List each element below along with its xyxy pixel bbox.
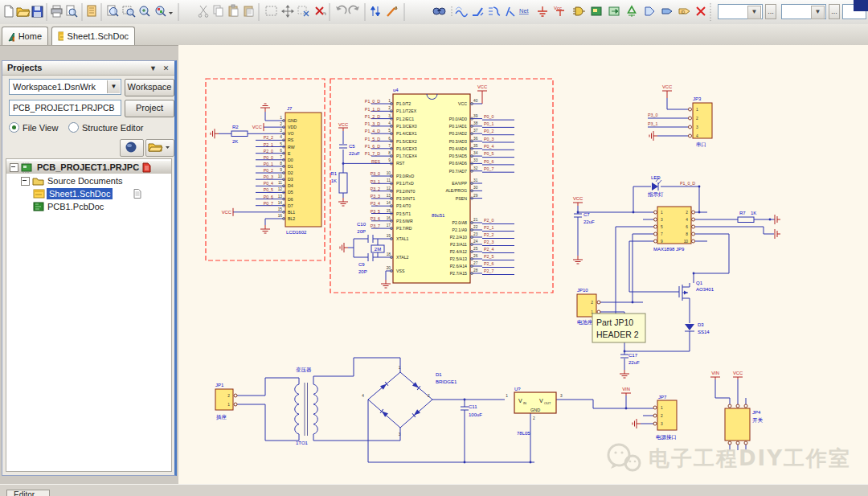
clear-filter-icon[interactable] [316, 7, 326, 15]
net-label[interactable]: P0_5 [484, 151, 493, 156]
value[interactable]: 1K [331, 178, 337, 183]
comment[interactable]: 开关 [752, 417, 764, 423]
workspace-dropdown[interactable]: Workspace1.DsnWrk ▼ [9, 79, 121, 95]
power-net[interactable]: VIN [711, 371, 719, 375]
net-label[interactable]: P0_4 [484, 144, 493, 149]
cross-select-icon[interactable] [371, 6, 380, 16]
redo-icon[interactable] [349, 6, 359, 14]
net-label[interactable]: P0_3 [264, 174, 273, 179]
comment[interactable]: 串口 [696, 141, 706, 148]
toolbar-combo-2[interactable]: ▼ [781, 4, 826, 19]
net-label[interactable]: P0_7 [264, 201, 273, 206]
net-label[interactable]: P0_5 [264, 187, 273, 192]
value[interactable]: 100uF [469, 412, 482, 417]
vault-button[interactable] [120, 139, 144, 157]
project-field[interactable]: PCB_PROJECT1.PRJPCB [9, 100, 121, 116]
place-wire-icon[interactable] [456, 7, 468, 17]
net-label[interactable]: P0_4 [264, 181, 273, 186]
place-signal-harness-icon[interactable] [489, 7, 500, 15]
collapse-icon[interactable] [21, 177, 30, 186]
open-project-button[interactable] [145, 139, 174, 157]
designator[interactable]: LED [651, 175, 661, 180]
designator[interactable]: C10 [357, 222, 366, 227]
net-label[interactable]: P0_0 [484, 114, 493, 119]
chevron-down-icon[interactable]: ▼ [747, 6, 761, 19]
designator[interactable]: u4 [393, 88, 399, 92]
radio-structure-editor[interactable]: Structure Editor [68, 122, 143, 133]
designator[interactable]: D1 [436, 372, 442, 377]
place-vcc-power-port-icon[interactable]: Vcc [554, 6, 564, 16]
part-name[interactable]: AO3401 [696, 287, 714, 292]
power-net[interactable]: VIN [622, 387, 630, 391]
net-label[interactable]: P3_5 [371, 209, 380, 214]
net-label[interactable]: P3_0 [371, 171, 380, 176]
comment[interactable]: 指示灯 [647, 191, 664, 198]
power-net[interactable]: VCC [662, 84, 672, 89]
schematic-canvas[interactable]: J7 LCD1602 R2 2K u4 89c51 R1 1K C5 22uF … [178, 45, 868, 484]
designator[interactable]: JP3 [693, 96, 702, 101]
open-document-icon[interactable] [88, 6, 96, 16]
net-label[interactable]: P2_0 [264, 149, 273, 154]
comment[interactable]: 电源接口 [656, 434, 677, 441]
place-port-icon[interactable] [662, 9, 672, 14]
copy-icon[interactable] [214, 6, 223, 16]
net-label[interactable]: P3_0 [648, 113, 657, 117]
place-part-icon[interactable] [573, 7, 585, 15]
designator[interactable]: C5 [349, 144, 355, 149]
net-label[interactable]: P1_7_D [365, 151, 380, 156]
net-label[interactable]: P1_2_D [365, 114, 380, 119]
tree-item-source-documents[interactable]: Source Documents [6, 174, 171, 187]
power-net[interactable]: VCC [573, 196, 583, 201]
power-net[interactable]: VCC [252, 125, 262, 129]
net-label[interactable]: P1_1_D [365, 107, 380, 112]
chevron-down-icon[interactable]: ▼ [107, 80, 120, 93]
part-name[interactable]: 89c51 [432, 213, 445, 218]
deselect-all-icon[interactable] [298, 6, 309, 16]
print-preview-icon[interactable] [67, 6, 77, 17]
undo-icon[interactable] [336, 6, 346, 14]
select-area-icon[interactable] [266, 6, 276, 15]
net-label[interactable]: P1_6_D [365, 144, 380, 149]
net-label[interactable]: P0_1 [484, 121, 493, 126]
editor-tab[interactable]: Editor [6, 490, 50, 496]
net-label[interactable]: P1_4_D [365, 129, 380, 133]
net-label[interactable]: P3_1 [371, 179, 380, 184]
find-similar-icon[interactable] [433, 8, 445, 14]
open-icon[interactable] [17, 8, 30, 16]
place-parameter-label-icon[interactable]: ID [679, 9, 690, 14]
chevron-down-icon[interactable]: ▼ [811, 6, 825, 19]
value[interactable]: 2K [232, 139, 238, 144]
comment[interactable]: 电池座 [577, 319, 593, 326]
workspace-button[interactable]: Workspace [125, 79, 174, 96]
paste-icon[interactable] [229, 5, 238, 16]
toolbar-combo-1[interactable]: ▼ [718, 4, 763, 19]
net-label[interactable]: P0_6 [264, 195, 273, 199]
save-icon[interactable] [32, 6, 43, 17]
paste-array-icon[interactable] [244, 6, 253, 16]
place-sheet-entry-icon[interactable] [609, 7, 619, 15]
net-label[interactable]: P3_2 [371, 187, 380, 191]
panel-menu-icon[interactable]: ▼ [148, 64, 158, 74]
tab-home[interactable]: Home [2, 27, 48, 45]
value[interactable]: 1K [751, 211, 756, 215]
value[interactable]: 2M [375, 247, 381, 252]
designator[interactable]: R7 [739, 211, 746, 215]
designator[interactable]: D3 [698, 322, 704, 327]
value[interactable]: 22uF [628, 360, 640, 365]
place-bus-icon[interactable] [473, 8, 483, 15]
new-document-icon[interactable] [5, 6, 13, 17]
part-name[interactable]: MAX1898 JP9 [653, 247, 685, 252]
net-label[interactable]: P2_1 [264, 142, 273, 147]
zoom-area-icon[interactable] [123, 6, 135, 17]
value[interactable]: 20P [358, 269, 367, 274]
power-net[interactable]: VCC [338, 122, 348, 127]
radio-dot[interactable] [9, 122, 19, 133]
net-label[interactable]: P2_2 [484, 232, 493, 237]
tab-sheet1-schdoc[interactable]: Sheet1.SchDoc [51, 27, 135, 45]
designator[interactable]: R1 [330, 171, 337, 176]
comment[interactable]: 变压器 [296, 367, 312, 373]
value[interactable]: 20P [357, 229, 366, 234]
designator[interactable]: JP7 [658, 395, 667, 400]
designator[interactable]: C7 [583, 212, 590, 217]
net-label[interactable]: P0_1 [264, 162, 273, 166]
